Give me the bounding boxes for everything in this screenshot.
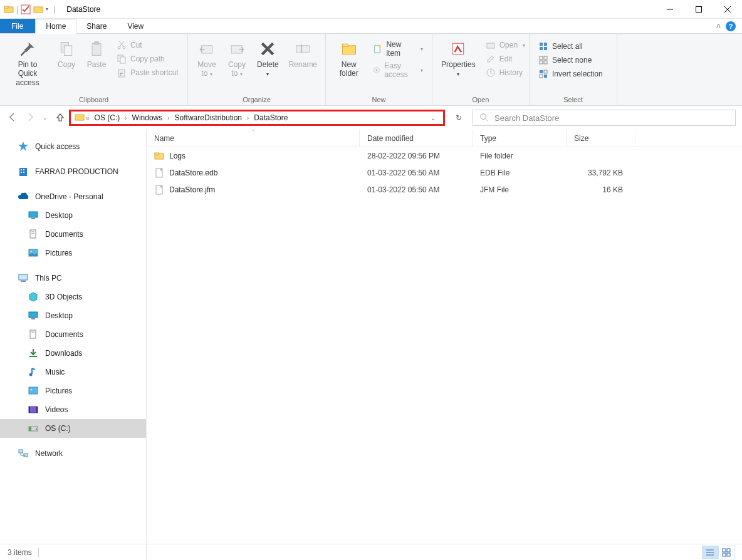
open-button[interactable]: Open▾	[484, 39, 526, 51]
help-icon[interactable]: ?	[726, 21, 736, 31]
sidebar-3d-objects[interactable]: 3D Objects	[0, 288, 146, 306]
network-icon	[18, 448, 29, 459]
history-icon	[486, 68, 496, 78]
thumbnails-view-button[interactable]	[718, 546, 734, 559]
copy-to-button[interactable]: Copy to ▾	[222, 36, 252, 78]
sidebar-downloads[interactable]: Downloads	[0, 344, 146, 363]
col-name[interactable]: ˄Name	[147, 130, 360, 147]
delete-icon	[258, 39, 278, 59]
svg-rect-12	[95, 42, 99, 44]
tab-share[interactable]: Share	[76, 19, 117, 33]
svg-point-69	[29, 373, 33, 376]
group-label: New	[326, 96, 432, 105]
checkbox-icon[interactable]	[21, 4, 31, 14]
title-bar: | ▾ | DataStore	[0, 0, 742, 19]
paste-shortcut-button[interactable]: Paste shortcut	[115, 66, 180, 79]
sidebar-od-documents[interactable]: Documents	[0, 225, 146, 244]
easy-access-icon	[373, 65, 380, 75]
main-area: Quick access FARRAD PRODUCTION OneDrive …	[0, 130, 742, 560]
navigation-pane: Quick access FARRAD PRODUCTION OneDrive …	[0, 130, 147, 560]
chevron-icon[interactable]: «	[86, 115, 90, 122]
svg-rect-64	[29, 312, 38, 318]
col-type[interactable]: Type	[473, 130, 567, 147]
address-bar[interactable]: « OS (C:) › Windows › SoftwareDistributi…	[69, 110, 445, 126]
breadcrumb-item[interactable]: OS (C:)	[91, 113, 124, 122]
sidebar-pictures[interactable]: Pictures	[0, 381, 146, 400]
edit-icon	[486, 54, 496, 64]
file-row[interactable]: DataStore.edb01-03-2022 05:50 AMEDB File…	[147, 164, 742, 181]
sidebar-od-desktop[interactable]: Desktop	[0, 206, 146, 225]
invert-selection-button[interactable]: Invert selection	[537, 68, 604, 80]
svg-line-8	[21, 51, 26, 56]
history-button[interactable]: History	[484, 66, 526, 79]
breadcrumb-item[interactable]: DataStore	[250, 113, 291, 122]
move-to-button[interactable]: Move to ▾	[192, 36, 222, 78]
svg-rect-56	[31, 218, 35, 219]
sidebar-quick-access[interactable]: Quick access	[0, 137, 146, 156]
column-headers: ˄Name Date modified Type Size	[147, 130, 742, 147]
svg-rect-1	[4, 6, 8, 8]
search-input[interactable]	[494, 113, 729, 123]
file-row[interactable]: Logs28-02-2022 09:56 PMFile folder	[147, 147, 742, 164]
col-date[interactable]: Date modified	[360, 130, 473, 147]
tab-file[interactable]: File	[0, 19, 35, 33]
properties-button[interactable]: Properties▾	[436, 36, 481, 78]
ribbon-tabs: File Home Share View ᐱ ?	[0, 19, 742, 34]
chevron-right-icon[interactable]: ›	[125, 115, 127, 122]
status-bar: 3 items	[0, 544, 742, 560]
refresh-button[interactable]: ↻	[451, 113, 466, 122]
sidebar-desktop[interactable]: Desktop	[0, 306, 146, 325]
details-view-button[interactable]	[702, 546, 718, 559]
file-date: 28-02-2022 09:56 PM	[360, 152, 473, 160]
group-label: Select	[530, 96, 617, 105]
file-row[interactable]: DataStore.jfm01-03-2022 05:50 AMJFM File…	[147, 181, 742, 198]
sidebar-farrad[interactable]: FARRAD PRODUCTION	[0, 162, 146, 181]
sidebar-od-pictures[interactable]: Pictures	[0, 244, 146, 262]
copy-path-button[interactable]: Copy path	[115, 53, 180, 65]
tab-view[interactable]: View	[117, 19, 154, 33]
close-button[interactable]	[713, 0, 742, 19]
copy-button[interactable]: Copy	[51, 36, 81, 69]
breadcrumb-item[interactable]: Windows	[128, 113, 167, 122]
svg-line-15	[120, 41, 124, 46]
select-all-button[interactable]: Select all	[537, 40, 604, 53]
sidebar-onedrive[interactable]: OneDrive - Personal	[0, 187, 146, 206]
paste-button[interactable]: Paste	[81, 36, 112, 69]
chevron-right-icon[interactable]: ›	[247, 115, 249, 122]
rename-button[interactable]: Rename	[284, 36, 322, 69]
delete-button[interactable]: Delete▾	[252, 36, 284, 78]
group-select: Select all Select none Invert selection …	[530, 34, 617, 105]
select-none-button[interactable]: Select none	[537, 54, 604, 66]
address-dropdown-icon[interactable]: ⌄	[427, 115, 439, 122]
sidebar-documents[interactable]: Documents	[0, 325, 146, 344]
desktop-icon	[28, 210, 39, 221]
easy-access-button[interactable]: Easy access▾	[372, 60, 424, 80]
forward-button[interactable]	[25, 112, 35, 124]
breadcrumb-item[interactable]: SoftwareDistribution	[171, 113, 246, 122]
sidebar-network[interactable]: Network	[0, 444, 146, 463]
sidebar-this-pc[interactable]: This PC	[0, 269, 146, 288]
sidebar-os-drive[interactable]: OS (C:)	[0, 419, 146, 438]
sidebar-music[interactable]: Music	[0, 363, 146, 381]
sidebar-videos[interactable]: Videos	[0, 400, 146, 419]
svg-rect-40	[544, 56, 547, 60]
svg-rect-42	[544, 61, 547, 64]
cut-button[interactable]: Cut	[115, 39, 180, 51]
qat-dropdown-icon[interactable]: ▾	[46, 6, 48, 12]
tab-home[interactable]: Home	[35, 19, 76, 34]
search-box[interactable]	[473, 110, 736, 126]
maximize-button[interactable]	[684, 0, 713, 19]
new-folder-button[interactable]: New folder	[330, 36, 368, 78]
collapse-ribbon-icon[interactable]: ᐱ	[716, 23, 721, 29]
col-size[interactable]: Size	[567, 130, 635, 147]
pin-quick-access-button[interactable]: Pin to Quick access	[4, 36, 51, 87]
chevron-right-icon[interactable]: ›	[167, 115, 169, 122]
up-button[interactable]	[55, 112, 65, 124]
recent-dropdown-icon[interactable]: ⌄	[43, 115, 48, 121]
back-button[interactable]	[8, 112, 18, 124]
new-item-button[interactable]: New item▾	[372, 39, 424, 59]
folder-small-icon[interactable]	[33, 4, 43, 14]
svg-rect-66	[30, 330, 36, 338]
minimize-button[interactable]	[656, 0, 684, 19]
edit-button[interactable]: Edit	[484, 53, 526, 65]
